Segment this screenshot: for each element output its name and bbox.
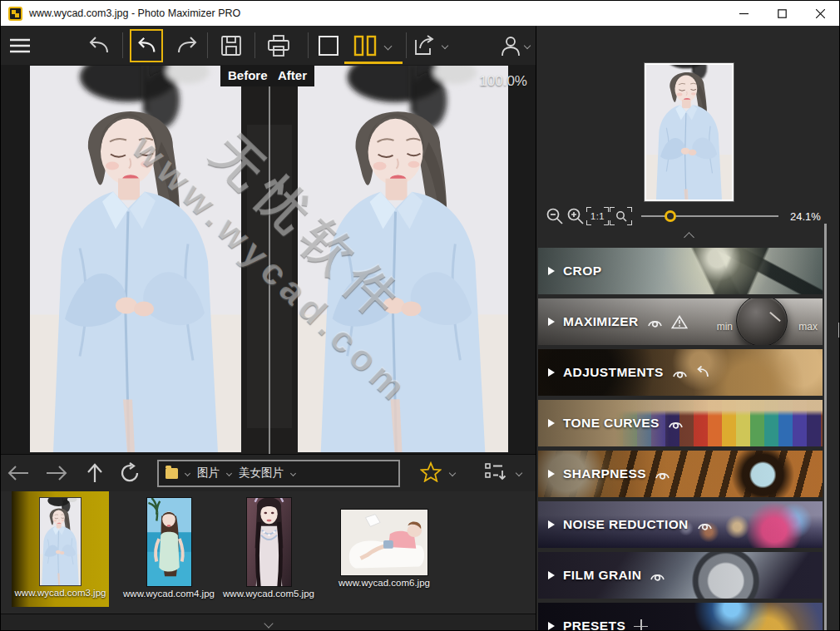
browser-collapse-bar[interactable] [1, 614, 536, 631]
panel-presets[interactable]: PRESETS [538, 603, 823, 631]
user-dropdown-icon[interactable] [521, 33, 533, 58]
panel-label: NOISE REDUCTION [563, 517, 689, 532]
share-icon[interactable] [413, 33, 438, 58]
zoom-out-icon[interactable] [545, 206, 565, 226]
reset-icon[interactable] [696, 366, 710, 379]
zoom-slider[interactable] [641, 210, 778, 222]
window-title: www.wycad.com3.jpg - Photo Maximizer PRO [29, 7, 240, 19]
panel-label: PRESETS [563, 619, 625, 631]
breadcrumb: 图片 美女图片 [157, 460, 400, 487]
panel-maximizer[interactable]: min max MAXIMIZER [538, 298, 823, 345]
minimize-button[interactable] [724, 1, 763, 26]
file-browser-toolbar: 图片 美女图片 [1, 454, 536, 491]
share-dropdown-icon[interactable] [439, 33, 451, 58]
panels-scrollbar[interactable] [824, 224, 827, 631]
thumbnail[interactable]: www.wycad.com6.jpg [329, 491, 440, 607]
visibility-eye-icon[interactable] [650, 570, 665, 581]
panel-adjustments[interactable]: ADJUSTMENTS [538, 349, 823, 396]
back-icon[interactable] [6, 461, 31, 486]
print-icon[interactable] [266, 33, 291, 58]
folder-icon[interactable] [166, 468, 178, 479]
view-mode-dropdown-icon[interactable] [380, 33, 395, 58]
breadcrumb-chevron-icon[interactable] [185, 470, 190, 476]
panel-expand-icon[interactable] [838, 323, 839, 338]
zoom-slider-track[interactable] [641, 215, 778, 217]
favorites-star-icon[interactable] [420, 461, 442, 486]
up-icon[interactable] [82, 461, 107, 486]
main-toolbar [1, 26, 536, 65]
canvas-zoom-level: 100.0% [479, 73, 527, 90]
breadcrumb-pictures[interactable]: 图片 [197, 466, 220, 481]
knob-max-label: max [798, 321, 818, 333]
split-view-icon[interactable] [353, 33, 378, 58]
expand-arrow-icon [548, 419, 555, 427]
visibility-eye-icon[interactable] [647, 317, 663, 328]
sort-dropdown-icon[interactable] [516, 470, 522, 476]
ratio-label: 1:1 [590, 211, 605, 221]
thumbnail-filename: www.wycad.com3.jpg [15, 588, 106, 598]
maximize-button[interactable] [763, 1, 801, 26]
navigator-thumbnail[interactable] [645, 63, 734, 201]
maximizer-knob-graphic [736, 298, 788, 345]
panel-crop[interactable]: CROP [538, 248, 823, 294]
before-label[interactable]: Before [220, 65, 275, 86]
collapse-up-icon[interactable] [684, 232, 694, 243]
hamburger-menu-icon[interactable] [7, 33, 32, 58]
toolbar-separator [122, 32, 123, 58]
favorites-dropdown-icon[interactable] [449, 470, 456, 476]
zoom-slider-knob[interactable] [665, 210, 676, 222]
panel-sharpness[interactable]: SHARPNESS [538, 451, 823, 497]
zoom-controls: 1:1 24.1% [536, 202, 840, 230]
title-bar: www.wycad.com3.jpg - Photo Maximizer PRO [1, 1, 839, 26]
thumbnail[interactable]: www.wycad.com5.jpg [230, 491, 307, 607]
navigator-zoom-value: 24.1% [790, 210, 821, 223]
toolbar-separator [406, 32, 407, 58]
zoom-in-icon[interactable] [566, 206, 586, 226]
sort-list-icon[interactable] [485, 462, 506, 484]
undo-icon[interactable] [86, 33, 111, 58]
visibility-eye-icon[interactable] [655, 469, 670, 480]
expand-arrow-icon [548, 267, 555, 275]
forward-icon[interactable] [44, 461, 69, 486]
single-view-icon[interactable] [316, 33, 341, 58]
undo-step-icon[interactable] [130, 29, 163, 62]
visibility-eye-icon[interactable] [672, 367, 688, 378]
breadcrumb-chevron-icon[interactable] [226, 470, 232, 476]
zoom-fit-icon[interactable] [610, 207, 632, 225]
breadcrumb-chevron-icon[interactable] [290, 470, 296, 476]
expand-arrow-icon [548, 318, 555, 326]
panel-label: ADJUSTMENTS [563, 365, 664, 380]
breadcrumb-current-folder[interactable]: 美女图片 [239, 466, 284, 481]
thumbnail[interactable]: www.wycad.com4.jpg [131, 491, 207, 607]
thumbnail-image [146, 497, 192, 587]
user-account-icon[interactable] [498, 33, 523, 58]
before-image-pane[interactable] [30, 66, 241, 452]
add-preset-icon[interactable] [634, 619, 648, 631]
split-divider-handle[interactable] [269, 65, 270, 454]
close-button[interactable] [801, 1, 839, 26]
panel-tone-curves[interactable]: TONE CURVES [538, 400, 823, 446]
image-canvas: Before After 100.0% 无忧软件 www.wycad.com [1, 65, 536, 454]
thumbnail-filename: www.wycad.com5.jpg [223, 589, 314, 599]
after-image-pane[interactable] [298, 66, 508, 452]
zoom-actual-size-icon[interactable]: 1:1 [586, 207, 609, 225]
expand-arrow-icon [548, 470, 555, 478]
after-label[interactable]: After [270, 65, 314, 86]
save-icon[interactable] [219, 33, 244, 58]
navigator [536, 26, 840, 202]
panel-label: TONE CURVES [563, 416, 660, 431]
redo-icon[interactable] [175, 33, 200, 58]
visibility-eye-icon[interactable] [697, 520, 713, 530]
thumbnail-selected[interactable]: www.wycad.com3.jpg [12, 491, 109, 607]
visibility-eye-icon[interactable] [668, 418, 684, 429]
collapse-down-icon[interactable] [264, 619, 273, 628]
knob-min-label: min [717, 321, 733, 333]
refresh-icon[interactable] [117, 461, 142, 486]
thumbnail-image [246, 497, 292, 587]
panel-label: SHARPNESS [563, 466, 646, 481]
panel-film-grain[interactable]: FILM GRAIN [538, 552, 823, 599]
panel-noise-reduction[interactable]: NOISE REDUCTION [538, 501, 823, 548]
navigator-collapse[interactable] [536, 230, 840, 245]
warning-icon[interactable] [671, 315, 688, 329]
split-divider[interactable] [241, 65, 298, 454]
